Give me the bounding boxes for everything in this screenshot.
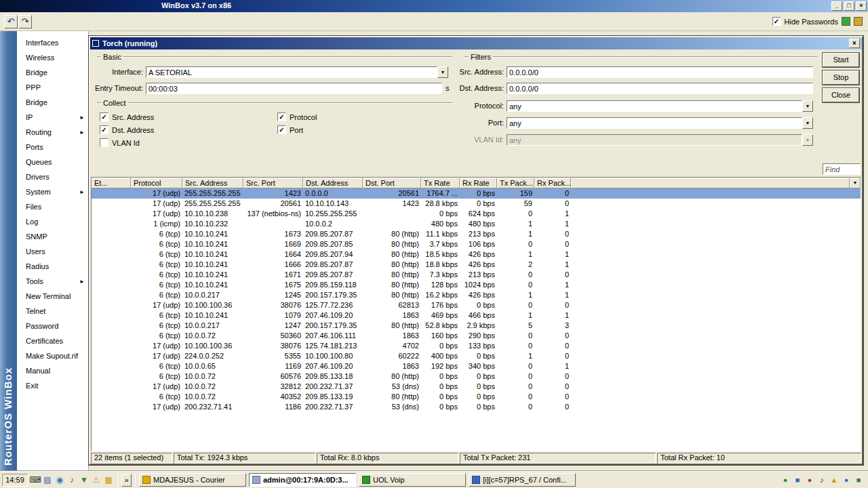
column-header-dst-address[interactable]: Dst. Address: [303, 178, 363, 188]
tray-icon[interactable]: ♪: [816, 474, 827, 485]
sidebar-item[interactable]: Bridge ►: [17, 65, 88, 80]
quicklaunch-overflow-button[interactable]: »: [121, 474, 132, 487]
table-row[interactable]: 6 (tcp) 10.10.10.241 1673 209.85.207.87 …: [92, 229, 861, 239]
column-header-protocol[interactable]: Protocol: [131, 178, 182, 188]
table-row[interactable]: 17 (udp) 10.10.10.238 137 (netbios-ns) 1…: [92, 209, 861, 219]
column-header-tx-packets[interactable]: Tx Pack...: [497, 178, 534, 188]
checkbox[interactable]: ✓: [100, 113, 108, 121]
table-row[interactable]: 6 (tcp) 10.10.10.241 1079 207.46.109.20 …: [92, 310, 861, 321]
table-row[interactable]: 17 (udp) 10.100.100.36 38076 125.74.181.…: [92, 341, 861, 351]
sidebar-item[interactable]: Exit ►: [17, 378, 88, 393]
table-row[interactable]: 17 (udp) 10.100.100.36 38076 125.77.72.2…: [92, 300, 861, 310]
interface-input[interactable]: [146, 66, 437, 78]
sidebar-item[interactable]: Telnet ►: [17, 304, 88, 319]
quicklaunch-icon[interactable]: ▼: [79, 474, 90, 485]
quicklaunch-icon[interactable]: ▦: [103, 474, 114, 485]
sidebar-item[interactable]: Queues ►: [17, 155, 88, 169]
sidebar-item[interactable]: IP ►: [17, 110, 88, 125]
checkbox[interactable]: ✓: [100, 138, 108, 147]
sidebar-item[interactable]: SNMP ►: [17, 229, 88, 244]
filter-protocol-input[interactable]: [507, 100, 802, 112]
tray-icon[interactable]: ■: [853, 474, 864, 485]
table-row[interactable]: 6 (tcp) 10.10.10.241 1675 209.85.159.118…: [92, 280, 861, 290]
table-row[interactable]: 6 (tcp) 10.10.10.241 1664 209.85.207.94 …: [92, 249, 861, 260]
sidebar-item[interactable]: Users ►: [17, 244, 88, 259]
taskbar-window-button[interactable]: MDAJESUS - Courier: [139, 473, 246, 487]
column-header-dst-port[interactable]: Dst. Port: [363, 178, 421, 188]
hide-passwords-checkbox[interactable]: ✓: [772, 17, 781, 26]
quicklaunch-icon[interactable]: ⚠: [91, 474, 102, 485]
tray-icon[interactable]: ●: [804, 474, 815, 485]
close-button[interactable]: Close: [823, 88, 859, 102]
stop-button[interactable]: Stop: [823, 70, 859, 85]
maximize-icon[interactable]: □: [844, 1, 854, 11]
quicklaunch-icon[interactable]: ◉: [54, 474, 65, 485]
sidebar-item[interactable]: PPP ►: [17, 80, 88, 95]
table-row[interactable]: 17 (udp) 255.255.255.255 20561 10.10.10.…: [92, 199, 861, 209]
quicklaunch-icon[interactable]: ♪: [66, 474, 77, 485]
table-row[interactable]: 17 (udp) 255.255.255.255 1423 0.0.0.0 20…: [92, 188, 861, 199]
taskbar-window-button[interactable]: UOL Voip: [359, 473, 466, 487]
checkbox[interactable]: ✓: [100, 125, 108, 134]
table-row[interactable]: 6 (tcp) 10.0.0.72 50360 207.46.106.111 1…: [92, 331, 861, 341]
sidebar-item[interactable]: Tools ►: [17, 274, 88, 289]
torch-close-icon[interactable]: ×: [849, 39, 860, 48]
sidebar-item[interactable]: System ►: [17, 184, 88, 199]
column-header-tx-rate[interactable]: Tx Rate: [421, 178, 460, 188]
sidebar-item[interactable]: Wireless ►: [17, 50, 88, 65]
sidebar-item[interactable]: Bridge ►: [17, 95, 88, 110]
table-row[interactable]: 6 (tcp) 10.0.0.72 60576 209.85.133.18 80…: [92, 371, 861, 382]
table-row[interactable]: 17 (udp) 224.0.0.252 5355 10.100.100.80 …: [92, 351, 861, 361]
column-header-rx-packets[interactable]: Rx Pack...: [534, 178, 571, 188]
filter-src-input[interactable]: [507, 66, 813, 78]
tray-icon[interactable]: ●: [780, 474, 791, 485]
quicklaunch-icon[interactable]: ⌨: [30, 474, 41, 485]
table-row[interactable]: 6 (tcp) 10.10.10.241 1671 209.85.207.87 …: [92, 270, 861, 280]
sidebar-item[interactable]: Password ►: [17, 319, 88, 333]
table-row[interactable]: 17 (udp) 200.232.71.41 1186 200.232.71.3…: [92, 402, 861, 412]
taskbar-window-button[interactable]: [i][c=57]RPS_67 / Confi...: [469, 473, 576, 487]
undo-button[interactable]: ↶: [4, 15, 18, 28]
sidebar-item[interactable]: Certificates ►: [17, 333, 88, 348]
start-button[interactable]: Start: [823, 53, 859, 67]
filter-port-input[interactable]: [507, 117, 802, 129]
column-header-rx-rate[interactable]: Rx Rate: [460, 178, 497, 188]
filter-dst-input[interactable]: [507, 83, 813, 94]
sidebar-item[interactable]: Make Supout.rif ►: [17, 348, 88, 363]
table-row[interactable]: 17 (udp) 10.0.0.72 32812 200.232.71.37 5…: [92, 382, 861, 392]
sidebar-item[interactable]: Manual ►: [17, 363, 88, 378]
table-row[interactable]: 6 (tcp) 10.0.0.65 1169 207.46.109.20 186…: [92, 361, 861, 371]
torch-titlebar[interactable]: Torch (running) ×: [90, 37, 862, 49]
tray-icon[interactable]: ●: [841, 474, 852, 485]
sidebar-item[interactable]: Interfaces ►: [17, 35, 88, 50]
port-dropdown-button[interactable]: ▼: [802, 117, 813, 129]
minimize-icon[interactable]: _: [831, 1, 842, 11]
redo-button[interactable]: ↷: [18, 15, 32, 28]
sidebar-item[interactable]: Log ►: [17, 214, 88, 229]
tray-icon[interactable]: ■: [792, 474, 803, 485]
sidebar-item[interactable]: Files ►: [17, 199, 88, 214]
quicklaunch-icon[interactable]: ▤: [42, 474, 53, 485]
table-row[interactable]: 6 (tcp) 10.0.0.72 40352 209.85.133.19 80…: [92, 392, 861, 402]
tray-icon[interactable]: ▲: [829, 474, 840, 485]
column-header-src-address[interactable]: Src. Address: [182, 178, 243, 188]
table-row[interactable]: 6 (tcp) 10.0.0.217 1247 200.157.179.35 8…: [92, 321, 861, 331]
column-header-src-port[interactable]: Src. Port: [243, 178, 303, 188]
sidebar-item[interactable]: Ports ►: [17, 140, 88, 155]
sidebar-item[interactable]: New Terminal ►: [17, 289, 88, 304]
column-select-button[interactable]: ▼: [850, 178, 861, 188]
interface-dropdown-button[interactable]: ▼: [437, 66, 448, 78]
taskbar-window-button[interactable]: admin@00:17:9A:0D:3...: [249, 473, 356, 487]
table-row[interactable]: 6 (tcp) 10.10.10.241 1666 209.85.207.87 …: [92, 260, 861, 270]
entry-timeout-input[interactable]: [146, 83, 442, 94]
checkbox[interactable]: ✓: [277, 125, 286, 134]
table-row[interactable]: 6 (tcp) 10.0.0.217 1245 200.157.179.35 8…: [92, 290, 861, 300]
table-row[interactable]: 1 (icmp) 10.10.10.232 10.0.0.2 480 bps 4…: [92, 219, 861, 229]
find-input[interactable]: [823, 163, 861, 175]
sidebar-item[interactable]: Routing ►: [17, 125, 88, 140]
close-icon[interactable]: ×: [856, 1, 867, 11]
checkbox[interactable]: ✓: [277, 113, 286, 121]
protocol-dropdown-button[interactable]: ▼: [802, 100, 813, 112]
table-row[interactable]: 6 (tcp) 10.10.10.241 1669 209.85.207.85 …: [92, 239, 861, 249]
sidebar-item[interactable]: Radius ►: [17, 259, 88, 274]
